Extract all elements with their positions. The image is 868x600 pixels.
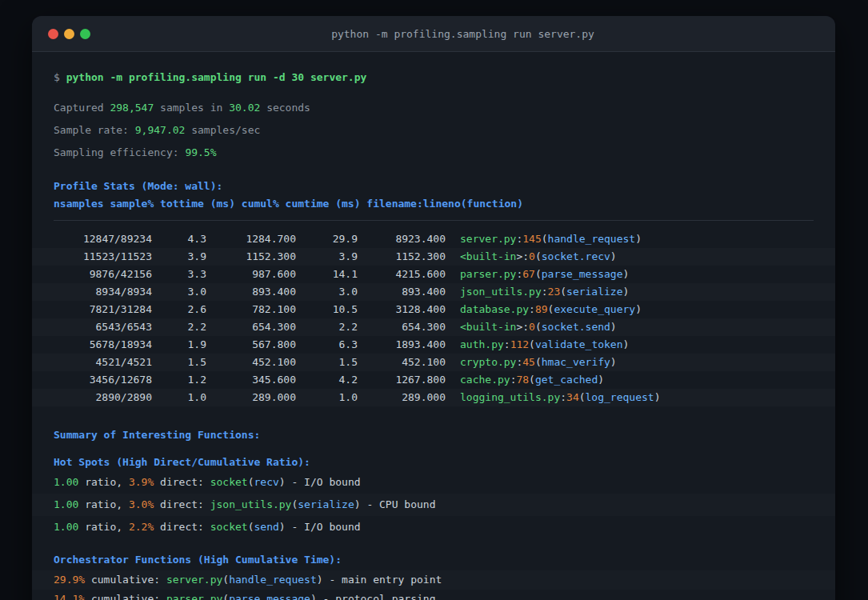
text-segment: 0 xyxy=(529,321,535,333)
stats-row: 2890/28901.0289.0001.0289.000logging_uti… xyxy=(32,389,835,406)
text-segment: socket.recv xyxy=(542,250,610,262)
captured-summary-line: Captured 298,547 samples in 30.02 second… xyxy=(54,101,814,115)
stats-cell: 7821/31284 xyxy=(54,301,152,318)
text-segment: log_request xyxy=(586,391,654,403)
text-segment: send xyxy=(254,521,279,533)
stats-row: 3456/126781.2345.6004.21267.800cache.py:… xyxy=(32,371,835,389)
stats-cell: 3.9 xyxy=(296,248,358,266)
function-reference: crypto.py:45(hmac_verify) xyxy=(460,354,617,371)
text-segment: ) xyxy=(635,303,642,315)
text-segment: parse_message xyxy=(542,268,623,280)
text-segment: Sample rate: xyxy=(54,124,135,136)
titlebar[interactable]: python -m profiling.sampling run server.… xyxy=(32,16,835,52)
stats-cell: 452.100 xyxy=(206,354,296,371)
orchestrator-list: 29.9% cumulative: server.py(handle_reque… xyxy=(54,570,814,600)
stats-cell: 289.000 xyxy=(358,389,446,406)
text-segment: parse_message xyxy=(229,593,310,600)
text-segment: - protocol parsing xyxy=(317,593,436,600)
text-segment: 67 xyxy=(522,268,535,280)
text-segment: 45 xyxy=(522,356,535,368)
text-segment: ( xyxy=(222,574,229,586)
text-segment: ( xyxy=(529,338,535,350)
desktop-background: python -m profiling.sampling run server.… xyxy=(0,0,868,600)
text-segment: ( xyxy=(529,374,535,386)
sample-rate-line: Sample rate: 9,947.02 samples/sec xyxy=(54,123,814,138)
text-segment: serialize xyxy=(298,498,354,510)
stats-row: 8934/89343.0893.4003.0893.400json_utils.… xyxy=(32,283,835,301)
stats-cell: 3.0 xyxy=(152,283,206,301)
stats-cell: 567.800 xyxy=(206,336,296,354)
stats-cell: 987.600 xyxy=(206,266,296,283)
text-segment: : xyxy=(504,338,510,350)
text-segment: - I/O bound xyxy=(286,476,361,488)
stats-row: 11523/115233.91152.3003.91152.300<built-… xyxy=(32,248,835,266)
terminal-body[interactable]: $ python -m profiling.sampling run -d 30… xyxy=(32,52,835,600)
text-segment: ( xyxy=(560,286,566,298)
stats-cell: 3128.400 xyxy=(358,301,446,318)
text-segment: ( xyxy=(535,250,542,262)
stats-columns-header: nsamples sample% tottime (ms) cumul% cum… xyxy=(54,197,814,211)
text-segment: 89 xyxy=(535,303,548,315)
text-segment: direct: xyxy=(154,498,210,510)
stats-cell: 4.2 xyxy=(296,371,358,389)
stats-cell: 1267.800 xyxy=(358,371,446,389)
text-segment: ratio, xyxy=(78,476,129,488)
text-segment: ) xyxy=(635,233,642,245)
text-segment: ) xyxy=(598,374,604,386)
hot-spot-row: 1.00 ratio, 3.9% direct: socket(recv) - … xyxy=(32,471,835,494)
text-segment: 78 xyxy=(516,374,529,386)
text-segment: hmac_verify xyxy=(542,356,610,368)
text-segment: ) xyxy=(317,574,323,586)
stats-cell: 8934/8934 xyxy=(54,283,152,301)
text-segment: ( xyxy=(535,356,542,368)
text-segment: Sampling efficiency: xyxy=(54,146,185,158)
text-segment: : xyxy=(560,391,566,403)
stats-cell: 4215.600 xyxy=(358,266,446,283)
close-button[interactable] xyxy=(48,29,58,39)
stats-cell: 3.3 xyxy=(152,266,206,283)
text-segment: cache.py xyxy=(460,374,510,386)
profile-stats-table: 12847/892344.31284.70029.98923.400server… xyxy=(54,230,814,406)
text-segment: 99.5% xyxy=(185,146,216,158)
text-segment: <built-in xyxy=(460,250,516,262)
text-segment: ) xyxy=(610,356,617,368)
text-segment: : xyxy=(522,321,529,333)
profile-stats-heading: Profile Stats (Mode: wall): xyxy=(54,179,814,194)
orchestrator-row: 29.9% cumulative: server.py(handle_reque… xyxy=(32,570,835,590)
stats-cell: 1152.300 xyxy=(206,248,296,266)
stats-row: 4521/45211.5452.1001.5452.100crypto.py:4… xyxy=(32,354,835,371)
window-title: python -m profiling.sampling run server.… xyxy=(90,28,835,40)
text-segment: 34 xyxy=(566,391,579,403)
function-reference: cache.py:78(get_cached) xyxy=(460,371,604,389)
text-segment: 23 xyxy=(548,286,561,298)
text-segment: serialize xyxy=(566,286,622,298)
stats-cell: 9876/42156 xyxy=(54,266,152,283)
stats-cell: 14.1 xyxy=(296,266,358,283)
stats-cell: 893.400 xyxy=(358,283,446,301)
stats-cell: 1.5 xyxy=(152,354,206,371)
minimize-button[interactable] xyxy=(64,29,74,39)
maximize-button[interactable] xyxy=(80,29,90,39)
stats-cell: 893.400 xyxy=(206,283,296,301)
stats-cell: 1893.400 xyxy=(358,336,446,354)
stats-cell: 1.0 xyxy=(296,389,358,406)
text-segment: cumulative: xyxy=(85,593,166,600)
stats-cell: 1.2 xyxy=(152,371,206,389)
text-segment: $ xyxy=(54,71,66,83)
text-segment: json_utils.py xyxy=(460,286,542,298)
terminal-window: python -m profiling.sampling run server.… xyxy=(32,16,835,600)
stats-cell: 4521/4521 xyxy=(54,354,152,371)
header-divider xyxy=(54,220,814,221)
text-segment: handle_request xyxy=(229,574,317,586)
text-segment: execute_query xyxy=(554,303,635,315)
stats-row: 9876/421563.3987.60014.14215.600parser.p… xyxy=(32,266,835,283)
stats-cell: 4.3 xyxy=(152,230,206,248)
text-segment: parser.py xyxy=(460,268,516,280)
text-segment: socket xyxy=(210,521,248,533)
text-segment: 298,547 xyxy=(110,102,154,114)
stats-cell: 2890/2890 xyxy=(54,389,152,406)
stats-row: 7821/312842.6782.10010.53128.400database… xyxy=(32,301,835,318)
sampling-efficiency-line: Sampling efficiency: 99.5% xyxy=(54,146,814,160)
text-segment: 1.00 xyxy=(54,476,78,488)
hot-spots-heading: Hot Spots (High Direct/Cumulative Ratio)… xyxy=(54,455,814,470)
